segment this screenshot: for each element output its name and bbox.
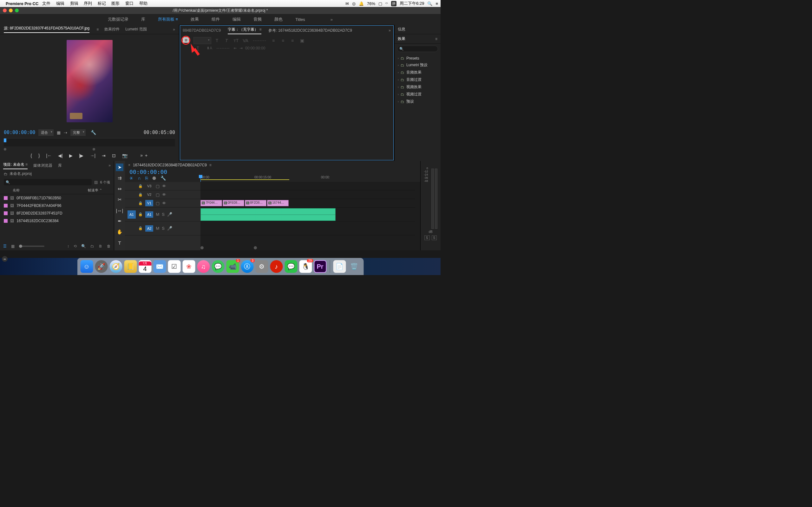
timeline-timecode[interactable]: 00:00:00:00 [125, 169, 200, 175]
eye-icon[interactable]: 👁 [162, 192, 166, 197]
ws-metadata[interactable]: 元数据记录 [108, 16, 129, 22]
fx-audio-trans[interactable]: ›🗀音频过渡 [395, 76, 441, 83]
bin-icon[interactable]: 🗀 [4, 172, 8, 176]
magnet-icon[interactable]: ∩ [138, 176, 141, 181]
seq-menu-icon[interactable]: ≡ [209, 163, 212, 167]
close-button[interactable] [3, 9, 7, 12]
source-ruler[interactable] [4, 138, 175, 147]
dock-appstore[interactable]: Ⓐ3 [241, 260, 253, 273]
timeline-zoom-bar[interactable] [200, 246, 414, 249]
solo-right[interactable]: S [432, 235, 437, 240]
dock-notes[interactable]: 📒 [124, 260, 137, 273]
record-icon[interactable]: 🎤 [167, 212, 172, 217]
lock-icon[interactable]: 🔒 [138, 184, 143, 188]
in-point-icon[interactable]: ⇤ [234, 46, 237, 50]
fx-menu-icon[interactable]: ≡ [435, 37, 438, 41]
regular-icon[interactable]: T [213, 37, 221, 44]
dock-safari[interactable]: 🧭 [109, 260, 122, 273]
settings-icon[interactable]: 🔧 [91, 130, 96, 135]
fx-video-trans[interactable]: ›🗀视频过渡 [395, 91, 441, 98]
auto-icon[interactable]: ⟲ [73, 244, 77, 248]
settings-icon[interactable]: 🔧 [160, 176, 166, 181]
ws-titles[interactable]: Titles [295, 17, 305, 22]
project-overflow-icon[interactable]: » [108, 163, 111, 168]
transport-more-icon[interactable]: » ＋ [140, 153, 148, 158]
icon-view-icon[interactable]: ▦ [11, 244, 14, 248]
tab-reference[interactable]: 参考: 167445182DC0C236384B7DADB02AD7C9 [268, 28, 352, 33]
sort-icon[interactable]: ↕ [67, 244, 69, 248]
razor-tool[interactable]: ✂ [116, 196, 123, 204]
menu-graphics[interactable]: 图形 [111, 1, 119, 6]
toggle-output-icon[interactable]: ▢ [156, 184, 159, 188]
work-area[interactable] [200, 179, 289, 180]
ime-label[interactable]: 拼 [391, 1, 397, 6]
fx-video-fx[interactable]: ›🗀视频效果 [395, 83, 441, 91]
step-back-icon[interactable]: ◀| [58, 153, 63, 158]
audio-clip[interactable] [200, 208, 336, 221]
fx-user-presets[interactable]: ›🗀预设 [395, 98, 441, 105]
lock-icon[interactable]: 🔒 [138, 193, 143, 197]
wechat-icon[interactable]: ✉︎ [345, 1, 349, 6]
minimize-button[interactable] [9, 9, 13, 12]
new-item-icon[interactable]: 🗎 [99, 244, 102, 248]
tab-media-browser[interactable]: 媒体浏览器 [33, 163, 52, 168]
menu-file[interactable]: 文件 [42, 1, 50, 6]
dock-wechat[interactable]: 💬 [285, 260, 297, 273]
proxy-icon[interactable]: ⇢ [64, 130, 67, 135]
leading-icon[interactable]: ⬍A [206, 46, 212, 50]
clip[interactable]: fx0FE08… [223, 200, 244, 206]
new-bin-icon[interactable]: 🗀 [90, 244, 94, 248]
timeline-ruler[interactable]: :00:00 00:00:15:00 00:00: [200, 169, 420, 182]
source-playhead[interactable] [4, 138, 6, 142]
export-frame-icon[interactable]: 📷 [122, 153, 128, 158]
underline-icon[interactable]: T̲ [197, 46, 199, 50]
quality-dropdown[interactable]: 完整 [70, 129, 86, 136]
tab-libraries[interactable]: 库 [58, 163, 62, 168]
menu-marker[interactable]: 标记 [98, 1, 106, 6]
dock-premiere[interactable]: Pr [314, 260, 326, 273]
track-v3-header[interactable]: 🔒V3▢👁 [125, 182, 200, 190]
effects-search[interactable]: 🔍 [397, 46, 438, 52]
effects-panel-title[interactable]: 效果≡ [395, 34, 441, 44]
track-select-tool[interactable]: ⇉ [116, 174, 123, 182]
go-in-icon[interactable]: |← [46, 153, 52, 158]
mute-button[interactable]: M [156, 212, 159, 217]
dock-launchpad[interactable]: 🚀 [95, 260, 107, 273]
cc-icon[interactable]: ◎ [352, 1, 356, 6]
linked-sel-icon[interactable]: ⎘ [145, 176, 148, 181]
position-icon[interactable]: ▣ [298, 37, 306, 44]
track-v2-header[interactable]: 🔒V2▢👁 [125, 190, 200, 199]
col-name[interactable]: 名称 [4, 188, 88, 193]
find-icon[interactable]: 🔍 [81, 244, 86, 248]
dock-music[interactable]: ♫ [197, 260, 210, 273]
project-search[interactable]: 🔍 [4, 179, 92, 185]
record-icon[interactable]: 🎤 [167, 226, 172, 231]
fx-lumetri[interactable]: ›🗀Lumetri 预设 [395, 61, 441, 69]
project-item[interactable]: 🖼167445182DC0C236384 [0, 217, 114, 225]
info-panel-title[interactable]: 信息 [395, 25, 441, 34]
source-overflow-icon[interactable]: » [173, 27, 175, 32]
type-tool[interactable]: T [116, 239, 123, 246]
clock[interactable]: 周二下午6:29 [400, 1, 424, 6]
ws-assembly[interactable]: 组件 [212, 16, 220, 22]
ripple-tool[interactable]: ⇔ [116, 185, 123, 193]
track-a1-header[interactable]: A1🔒A1MS🎤 [125, 208, 200, 222]
sequence-name[interactable]: 167445182DC0C236384B7DADB02AD7C9 [133, 163, 207, 167]
project-item[interactable]: 🖼7F04442FBDE87A404F96 [0, 202, 114, 210]
source-monitor[interactable] [0, 34, 179, 128]
tab-project[interactable]: 项目: 未命名 ≡ [3, 162, 28, 169]
eye-icon[interactable]: 👁 [162, 184, 166, 188]
safe-margin-icon[interactable]: ▦ [57, 130, 61, 135]
menu-window[interactable]: 窗口 [125, 1, 134, 6]
thumbnail-slider[interactable] [19, 245, 44, 247]
dock-calendar[interactable]: 7月4 [139, 260, 151, 273]
creative-cloud-icon[interactable]: ∞ [2, 256, 8, 262]
clip[interactable]: fx7F044… [200, 200, 222, 206]
notify-icon[interactable]: 🔔 [359, 1, 364, 6]
menu-sequence[interactable]: 序列 [84, 1, 92, 6]
lock-icon[interactable]: 🔒 [138, 201, 143, 205]
mark-in-icon[interactable]: { [31, 153, 32, 158]
list-icon[interactable]: ≡ [436, 1, 438, 6]
clip[interactable]: fx8F2D8… [245, 200, 266, 206]
kerning-icon[interactable]: VA [242, 37, 249, 44]
